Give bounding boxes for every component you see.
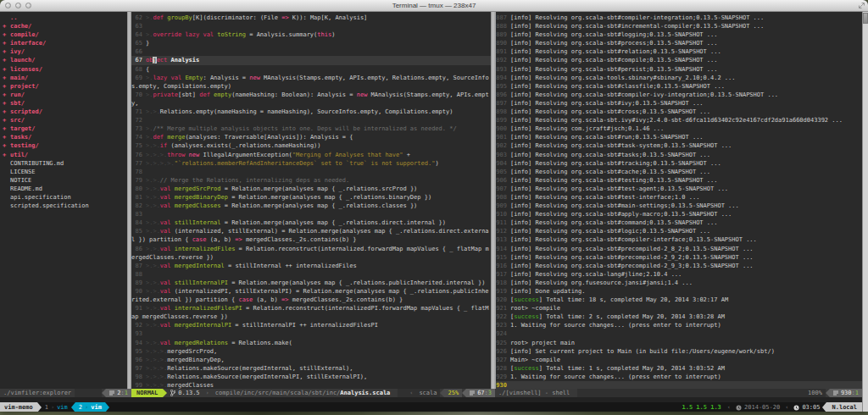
code-line[interactable]: 86>.>.val internalizedFiles = Relation.r… xyxy=(131,245,491,262)
log-line[interactable]: 900[info] Resolving com.jcraft#jsch;0.1.… xyxy=(496,125,862,133)
explorer-dir-item[interactable]: +run/ xyxy=(0,91,127,99)
log-line[interactable]: 901[info] Resolving org.scala-sbt#run;0.… xyxy=(496,133,862,141)
zoom-button[interactable] xyxy=(25,3,31,8)
explorer-file-item[interactable]: LICENSE xyxy=(0,168,127,176)
code-line[interactable]: 68{ xyxy=(131,65,491,74)
code-line[interactable]: 82>.>.val mergedClasses = Relation.merge… xyxy=(131,202,491,210)
log-line[interactable]: 907[info] Resolving org.scala-sbt#test-a… xyxy=(496,185,862,193)
explorer-dir-item[interactable]: +util/ xyxy=(0,151,127,159)
log-line[interactable]: 899[info] Resolving org.scala-sbt.ivy#iv… xyxy=(496,116,862,125)
explorer-dir-item[interactable]: +sbt/ xyxy=(0,99,127,108)
log-line[interactable]: 918[info] Resolving org.fusesource.jansi… xyxy=(496,279,862,287)
tmux-window-active[interactable]: 2›vim xyxy=(75,402,105,412)
log-line[interactable]: 887[info] Resolving org.scala-sbt#compil… xyxy=(496,14,862,22)
code-line[interactable]: 89>.>.val stillInternalPI = Relation.mer… xyxy=(131,279,491,287)
explorer-file-item[interactable]: README.md xyxy=(0,185,127,193)
code-line[interactable]: 71>.>.Relations.empty(nameHashing = name… xyxy=(131,108,491,116)
code-line[interactable]: 70>.private[sbt] def empty(nameHashing: … xyxy=(131,91,491,108)
log-line[interactable]: 897[info] Resolving org.scala-sbt#ivy;0.… xyxy=(496,99,862,108)
log-line[interactable]: 890[info] Resolving org.scala-sbt#proces… xyxy=(496,39,862,47)
explorer-dir-item[interactable]: +launch/ xyxy=(0,56,127,64)
log-line[interactable]: 914[info] Resolving org.scala-sbt#precom… xyxy=(496,245,862,253)
log-line[interactable]: 928[success] Total time: 1 s, completed … xyxy=(496,364,862,373)
log-line[interactable]: 915[info] Resolving org.scala-sbt#precom… xyxy=(496,253,862,262)
log-line[interactable]: 910[info] Resolving org.scala-sbt#apply-… xyxy=(496,210,862,219)
code-line[interactable]: 78 xyxy=(131,168,491,176)
log-line[interactable]: 891[info] Resolving org.scala-sbt#relati… xyxy=(496,47,862,56)
code-line[interactable]: 90>.>.val (internalizedPI, stillExternal… xyxy=(131,287,491,304)
code-line[interactable]: 99>.>.>.mergedClasses xyxy=(131,381,491,389)
log-line[interactable]: 9291. Waiting for source changes... (pre… xyxy=(496,373,862,381)
log-line[interactable]: 888[info] Resolving org.scala-sbt#increm… xyxy=(496,22,862,30)
log-line[interactable]: 911[info] Resolving org.scala-sbt#comman… xyxy=(496,219,862,227)
code-line[interactable]: 97>.>.>.Relations.makeSource(mergedInter… xyxy=(131,364,491,373)
code-line[interactable]: 63 xyxy=(131,22,491,30)
explorer-dir-item[interactable]: +project/ xyxy=(0,82,127,91)
log-line[interactable]: 9231. Waiting for source changes... (pre… xyxy=(496,321,862,329)
code-line[interactable]: 74>.def merge(analyses: Traversable[Anal… xyxy=(131,133,491,141)
log-line[interactable]: 925root> project main xyxy=(496,339,862,347)
log-line[interactable]: 908[info] Resolving org.scala-sbt#test-i… xyxy=(496,193,862,202)
code-line[interactable]: 62>.def groupBy[K](discriminator: (File … xyxy=(131,14,491,22)
explorer-dir-item[interactable]: .. xyxy=(0,14,127,22)
code-line[interactable]: 94>.>.val mergedRelations = Relations.ma… xyxy=(131,339,491,347)
explorer-file-item[interactable]: CONTRIBUTING.md xyxy=(0,159,127,168)
vimfiler-explorer-pane[interactable]: ..+cache/+compile/+interface/+ivy/+launc… xyxy=(0,12,127,389)
log-line[interactable]: 895[info] Resolving org.scala-sbt#classf… xyxy=(496,82,862,91)
code-line[interactable]: 83 xyxy=(131,210,491,219)
code-line[interactable]: 75>.>.if (analyses.exists(_.relations.na… xyxy=(131,141,491,150)
code-line[interactable]: 73>./** Merge multiple analysis objects … xyxy=(131,125,491,133)
code-line[interactable]: 65} xyxy=(131,39,491,47)
log-line[interactable]: 913[info] Resolving org.scala-sbt#compil… xyxy=(496,235,862,244)
explorer-file-item[interactable]: NOTICE xyxy=(0,176,127,185)
log-line[interactable]: 926[info] Set current project to Main (i… xyxy=(496,347,862,356)
code-line[interactable]: 84>.>.val stillInternal = Relation.merge… xyxy=(131,219,491,227)
code-line[interactable]: 98>.>.>.Relations.makeSource(mergedInter… xyxy=(131,373,491,381)
code-line[interactable]: 91>.>.val internalizedFilesPI = Relation… xyxy=(131,304,491,321)
explorer-dir-item[interactable]: +scripted/ xyxy=(0,108,127,116)
log-line[interactable]: 896[info] Resolving org.scala-sbt#compil… xyxy=(496,91,862,99)
code-line[interactable]: 96>.>.>.mergedBinaryDep, xyxy=(131,356,491,364)
code-editor-pane[interactable]: 62>.def groupBy[K](discriminator: (File … xyxy=(131,12,491,389)
resize-icon[interactable] xyxy=(858,2,865,9)
code-line[interactable]: 80>.>.val mergedSrcProd = Relation.merge… xyxy=(131,185,491,193)
close-button[interactable] xyxy=(5,3,11,8)
log-line[interactable]: 906[info] Resolving org.scala-sbt#testin… xyxy=(496,176,862,185)
explorer-dir-item[interactable]: +main/ xyxy=(0,74,127,82)
explorer-file-item[interactable]: api.specification xyxy=(0,193,127,202)
code-line[interactable]: 85>.>.val (internalized, stillExternal) … xyxy=(131,227,491,244)
log-line[interactable]: 903[info] Resolving org.scala-sbt#tasks;… xyxy=(496,151,862,159)
title-bar[interactable]: Terminal — tmux — 238x47 xyxy=(0,0,868,12)
log-line[interactable]: 894[info] Resolving org.scala-tools.sbin… xyxy=(496,74,862,82)
log-line[interactable]: 922[success] Total time: 2 s, completed … xyxy=(496,313,862,321)
log-line[interactable]: 917[info] Resolving org.scala-lang#jline… xyxy=(496,270,862,279)
log-line[interactable]: 921root> ~compile xyxy=(496,304,862,313)
code-line[interactable]: 72 xyxy=(131,116,491,125)
explorer-dir-item[interactable]: +compile/ xyxy=(0,30,127,39)
code-line[interactable]: 92>.>.val mergedInternalPI = stillIntern… xyxy=(131,321,491,329)
log-line[interactable]: 919[info] Done updating. xyxy=(496,287,862,296)
explorer-dir-item[interactable]: +licenses/ xyxy=(0,65,127,74)
log-line[interactable]: 905[info] Resolving org.scala-sbt#cache;… xyxy=(496,168,862,176)
log-line[interactable]: 889[info] Resolving org.scala-sbt#loggin… xyxy=(496,30,862,39)
minimize-button[interactable] xyxy=(15,3,21,8)
code-line[interactable]: 69>.lazy val Empty: Analysis = new MAnal… xyxy=(131,74,491,91)
log-line[interactable]: 924 xyxy=(496,329,862,338)
log-line[interactable]: 916[info] Resolving org.scala-sbt#precom… xyxy=(496,262,862,270)
log-line[interactable]: 892[info] Resolving org.scala-sbt#compil… xyxy=(496,56,862,64)
log-line[interactable]: 927Main> ~compile xyxy=(496,356,862,364)
code-line[interactable]: 87>.>.val mergedInternal = stillInternal… xyxy=(131,262,491,270)
code-line[interactable]: 64>.override lazy val toString = Analysi… xyxy=(131,30,491,39)
explorer-dir-item[interactable]: +interface/ xyxy=(0,39,127,47)
explorer-dir-item[interactable]: +tasks/ xyxy=(0,133,127,141)
code-line[interactable]: 88 xyxy=(131,270,491,279)
code-line[interactable]: 76>.>.>.throw new IllegalArgumentExcepti… xyxy=(131,151,491,159)
vimshell-output-pane[interactable]: 887[info] Resolving org.scala-sbt#compil… xyxy=(496,12,862,389)
explorer-dir-item[interactable]: +cache/ xyxy=(0,22,127,30)
explorer-dir-item[interactable]: +ivy/ xyxy=(0,47,127,56)
log-line[interactable]: 912[info] Resolving org.scala-sbt#logic;… xyxy=(496,227,862,235)
code-line[interactable]: 66 xyxy=(131,47,491,56)
explorer-dir-item[interactable]: +target/ xyxy=(0,125,127,133)
tmux-window[interactable]: 1›vim xyxy=(42,402,71,412)
log-line[interactable]: 902[info] Resolving org.scala-sbt#task-s… xyxy=(496,141,862,150)
